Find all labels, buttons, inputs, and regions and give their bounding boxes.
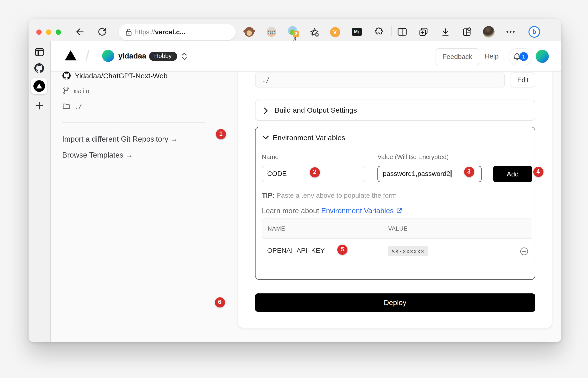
env-value-text: password1,password2: [383, 169, 450, 177]
env-tip: TIP: Paste a .env above to populate the …: [262, 191, 397, 199]
downloads-button[interactable]: [439, 26, 452, 38]
env-docs-link[interactable]: Environment Variables: [321, 206, 394, 214]
translate-icon: 3: [288, 26, 300, 38]
browser-toolbar: https://vercel.c... A 3 ✂ V M↓: [29, 19, 561, 41]
extension-translate-icon[interactable]: 3: [287, 26, 300, 38]
git-branch-icon: [62, 87, 70, 94]
tip-label: TIP:: [262, 191, 275, 199]
env-table-header-value: VALUE: [388, 219, 408, 238]
browse-templates-link[interactable]: Browse Templates →: [62, 151, 133, 160]
extension-markdown-icon[interactable]: M↓: [350, 26, 363, 38]
external-link-icon: [396, 207, 402, 213]
github-icon: [35, 63, 44, 73]
person-icon: [267, 27, 276, 37]
v-icon: V: [330, 27, 340, 37]
repo-name: Yidadaa/ChatGPT-Next-Web: [75, 71, 168, 80]
address-bar[interactable]: https://vercel.c... A: [119, 24, 236, 40]
screenshot-stage: https://vercel.c... A 3 ✂ V M↓: [0, 0, 588, 378]
env-value-label: Value (Will Be Encrypted): [377, 153, 449, 160]
monkey-icon: [244, 27, 254, 37]
ellipsis-icon: •••: [506, 26, 516, 38]
build-output-settings-section[interactable]: Build and Output Settings: [255, 100, 535, 121]
root-path: ./: [74, 102, 82, 110]
feedback-button[interactable]: Feedback: [436, 48, 479, 65]
branch-name: main: [74, 87, 89, 94]
edit-button[interactable]: Edit: [511, 72, 535, 87]
sidebar-item-vercel-active[interactable]: [31, 78, 47, 94]
notifications-button[interactable]: 1: [509, 48, 532, 65]
notification-count-badge: 1: [519, 52, 528, 61]
minimize-window-button[interactable]: [46, 29, 51, 35]
folder-icon: [62, 102, 70, 110]
root-path-row: ./: [62, 102, 82, 111]
build-section-title: Build and Output Settings: [275, 100, 357, 120]
environment-variables-section: Environment Variables Name Value (Will B…: [255, 126, 535, 280]
scope-selector-chevrons[interactable]: [181, 52, 187, 61]
collections-icon: [419, 27, 428, 37]
scissors-icon: ✂: [309, 26, 318, 38]
chevron-down-icon[interactable]: [262, 135, 269, 139]
browser-window: https://vercel.c... A 3 ✂ V M↓: [29, 19, 561, 342]
learn-more-prefix: Learn more about: [262, 206, 321, 214]
annotation-badge-5: 5: [337, 244, 347, 255]
env-table-header-name: NAME: [268, 219, 285, 238]
team-avatar[interactable]: [102, 50, 114, 62]
plus-icon: [35, 102, 43, 110]
extension-monkey-icon[interactable]: [243, 26, 256, 38]
add-env-var-button[interactable]: Add: [493, 165, 532, 182]
markdown-download-icon: M↓: [352, 28, 362, 36]
annotation-badge-1: 1: [216, 129, 226, 139]
sidebar-divider: [33, 97, 45, 97]
text-caret: [451, 170, 452, 177]
annotation-badge-3: 3: [464, 167, 474, 177]
extension-scissors-icon[interactable]: ✂: [307, 26, 320, 38]
configure-project-card: ./ Edit Build and Output Settings Enviro…: [238, 65, 552, 328]
extensions-menu-button[interactable]: [372, 26, 385, 38]
collections-button[interactable]: [417, 26, 430, 38]
profile-avatar[interactable]: [483, 26, 495, 38]
workspaces-icon: [462, 27, 472, 37]
sidebar-item-github[interactable]: [29, 63, 50, 73]
summary-divider: [62, 122, 205, 123]
vercel-logo[interactable]: [65, 50, 76, 60]
remove-env-var-button[interactable]: [519, 247, 528, 256]
puzzle-icon: [373, 27, 383, 37]
env-name-label: Name: [262, 153, 278, 160]
user-avatar[interactable]: [535, 50, 548, 63]
workspaces-button[interactable]: [461, 26, 473, 38]
learn-more-line: Learn more about Environment Variables: [262, 206, 402, 214]
refresh-icon[interactable]: [98, 27, 106, 36]
sidebar-add-button[interactable]: [29, 102, 50, 110]
help-link[interactable]: Help: [485, 41, 499, 71]
env-row-value-chip: sk-xxxxxx: [388, 246, 428, 256]
annotation-badge-4: 4: [533, 167, 543, 177]
env-row-name: OPENAI_API_KEY: [267, 246, 325, 254]
annotation-badge-2: 2: [310, 167, 320, 177]
page-body: Yidadaa/ChatGPT-Next-Web main ./ Import …: [51, 71, 561, 342]
vercel-page: / yidadaa Hobby Feedback Help 1: [51, 41, 561, 342]
toolbar-divider: [391, 26, 391, 36]
more-menu-button[interactable]: •••: [505, 26, 517, 38]
back-icon[interactable]: [75, 27, 84, 36]
account-name[interactable]: yidadaa: [118, 41, 146, 71]
split-screen-button[interactable]: [396, 26, 408, 38]
annotation-badge-6: 6: [215, 297, 225, 308]
branch-row: main: [62, 86, 89, 95]
cat-avatar: [483, 26, 495, 38]
chevron-right-icon: [263, 107, 268, 114]
bing-chat-button[interactable]: b: [528, 26, 541, 38]
extension-v-icon[interactable]: V: [329, 26, 341, 38]
url-scheme: https://: [135, 28, 155, 36]
env-table-header: NAME VALUE: [262, 218, 532, 239]
env-section-title[interactable]: Environment Variables: [273, 133, 345, 141]
vertical-tabs-button[interactable]: [29, 48, 50, 56]
split-screen-icon: [397, 27, 407, 36]
deploy-button[interactable]: Deploy: [255, 293, 535, 311]
close-window-button[interactable]: [36, 29, 41, 35]
zoom-window-button[interactable]: [56, 29, 61, 35]
root-directory-input[interactable]: ./: [255, 72, 505, 87]
import-different-repo-link[interactable]: Import a different Git Repository →: [62, 135, 178, 144]
lock-icon: [125, 28, 133, 36]
env-row-divider: [262, 264, 532, 264]
extension-person-icon[interactable]: [265, 26, 278, 38]
